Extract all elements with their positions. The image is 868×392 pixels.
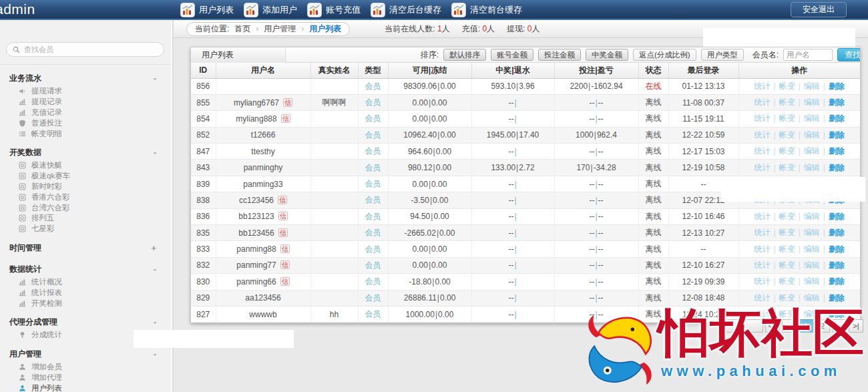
sidebar-item-台湾六合彩[interactable]: 台湾六合彩 [0,202,171,213]
account-change-link[interactable]: 帐变 [779,97,795,107]
stats-link[interactable]: 统计 [754,244,771,254]
delete-link[interactable]: 删除 [829,163,845,172]
member-type-tag[interactable]: 会员 [365,146,381,156]
edit-link[interactable]: 编辑 [804,97,820,107]
page-button->[interactable]: > [832,319,847,333]
stats-link[interactable]: 统计 [754,81,771,91]
stats-link[interactable]: 统计 [754,309,771,319]
stats-link[interactable]: 统计 [754,130,771,140]
delete-link[interactable]: 删除 [829,97,845,107]
breadcrumb-link[interactable]: 首页 [234,24,250,33]
sidebar-item-增加会员[interactable]: 增加会员 [0,362,171,373]
member-type-tag[interactable]: 会员 [365,260,381,270]
member-type-tag[interactable]: 会员 [365,293,381,303]
delete-link[interactable]: 删除 [829,146,845,156]
member-type-tag[interactable]: 会员 [365,309,381,319]
stats-link[interactable]: 统计 [754,163,771,172]
edit-link[interactable]: 编辑 [804,260,820,270]
member-type-tag[interactable]: 会员 [365,97,381,107]
edit-link[interactable]: 编辑 [804,130,820,140]
sort-button-中奖金额[interactable]: 中奖金额 [586,49,628,61]
member-search-input[interactable] [24,45,151,53]
account-change-link[interactable]: 帐变 [779,276,795,286]
member-type-tag[interactable]: 会员 [365,114,381,123]
account-change-link[interactable]: 帐变 [779,130,795,140]
page-button-<[interactable]: < [782,319,797,333]
sidebar-section-开奖数据[interactable]: 开奖数据- [0,145,171,160]
stats-link[interactable]: 统计 [754,228,771,237]
sidebar-item-七星彩[interactable]: 七星彩 [0,224,171,234]
sidebar-item-统计概况[interactable]: 统计概况 [0,277,171,288]
edit-link[interactable]: 编辑 [804,81,820,91]
collapse-toggle-icon[interactable]: - [154,349,156,359]
nav-tab-清空前台缓存[interactable]: 清空前台缓存 [451,3,522,17]
page-button-2[interactable]: 2 [815,319,830,333]
member-type-tag[interactable]: 会员 [365,163,381,172]
sort-button-账号金额[interactable]: 账号金额 [491,49,533,61]
collapse-toggle-icon[interactable]: + [151,243,156,253]
page-button->|[interactable]: >| [849,319,863,333]
edit-link[interactable]: 编辑 [804,114,820,123]
sidebar-item-极速快艇[interactable]: 极速快艇 [0,160,171,171]
stats-link[interactable]: 统计 [754,260,771,270]
edit-link[interactable]: 编辑 [804,163,820,172]
account-change-link[interactable]: 帐变 [779,244,795,254]
sort-button-用户类型[interactable]: 用户类型 [701,49,744,61]
sidebar-item-增加代理[interactable]: 增加代理 [0,373,171,383]
sidebar-section-业务流水[interactable]: 业务流水- [0,71,171,86]
member-type-tag[interactable]: 会员 [365,212,381,221]
sidebar-item-提现记录[interactable]: 提现记录 [0,97,171,108]
edit-link[interactable]: 编辑 [804,276,820,286]
stats-link[interactable]: 统计 [754,114,771,123]
sidebar-section-代理分成管理[interactable]: 代理分成管理- [0,315,171,330]
sidebar-item-帐变明细[interactable]: 帐变明细 [0,128,171,139]
stats-link[interactable]: 统计 [754,97,771,107]
page-button-1[interactable]: 1 [799,319,813,333]
edit-link[interactable]: 编辑 [804,244,820,254]
account-change-link[interactable]: 帐变 [779,146,795,156]
delete-link[interactable]: 删除 [829,276,845,286]
delete-link[interactable]: 删除 [829,260,845,270]
sidebar-section-时间管理[interactable]: 时间管理+ [0,240,171,256]
account-change-link[interactable]: 帐变 [779,228,795,237]
breadcrumb-link[interactable]: 用户列表 [309,24,341,33]
account-change-link[interactable]: 帐变 [779,163,795,172]
account-change-link[interactable]: 帐变 [779,293,795,303]
sidebar-item-充值记录[interactable]: 充值记录 [0,108,171,118]
account-change-link[interactable]: 帐变 [779,212,795,221]
sort-button-返点(分成比例)[interactable]: 返点(分成比例) [633,49,696,61]
member-type-tag[interactable]: 会员 [365,228,381,237]
panel-tab-user-list[interactable]: 用户列表 [191,47,286,63]
sidebar-item-新时时彩[interactable]: 新时时彩 [0,182,171,192]
sidebar-section-数据统计[interactable]: 数据统计- [0,262,171,277]
stats-link[interactable]: 统计 [754,293,771,303]
delete-link[interactable]: 删除 [829,114,845,123]
edit-link[interactable]: 编辑 [804,293,820,303]
find-button[interactable]: 查找 [837,48,861,61]
account-change-link[interactable]: 帐变 [779,260,795,270]
delete-link[interactable]: 删除 [829,244,845,254]
delete-link[interactable]: 删除 [829,228,845,237]
breadcrumb-link[interactable]: 用户管理 [264,24,296,33]
sort-button-投注金额[interactable]: 投注金额 [538,49,581,61]
member-type-tag[interactable]: 会员 [365,81,381,91]
sidebar-item-排列五[interactable]: 排列五 [0,213,171,224]
edit-link[interactable]: 编辑 [804,309,820,319]
account-change-link[interactable]: 帐变 [779,309,795,319]
member-type-tag[interactable]: 会员 [365,130,381,140]
delete-link[interactable]: 删除 [829,309,845,319]
nav-tab-添加用户[interactable]: 添加用户 [244,3,297,17]
nav-tab-账号充值[interactable]: 账号充值 [307,3,361,17]
stats-link[interactable]: 统计 [754,212,771,221]
nav-tab-用户列表[interactable]: 用户列表 [180,3,234,17]
delete-link[interactable]: 删除 [829,293,845,303]
account-change-link[interactable]: 帐变 [779,114,795,123]
sidebar-item-提现请求[interactable]: 提现请求 [0,86,171,97]
collapse-toggle-icon[interactable]: - [154,317,156,327]
delete-link[interactable]: 删除 [829,130,845,140]
edit-link[interactable]: 编辑 [804,228,820,237]
member-type-tag[interactable]: 会员 [365,276,381,286]
sidebar-section-用户管理[interactable]: 用户管理- [0,347,171,362]
member-type-tag[interactable]: 会员 [365,244,381,254]
edit-link[interactable]: 编辑 [804,212,820,221]
